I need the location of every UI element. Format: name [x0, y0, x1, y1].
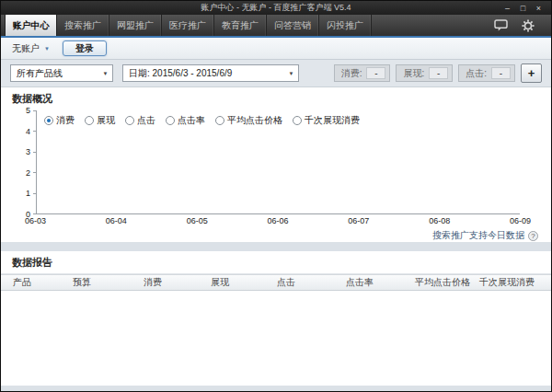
product-line-value: 所有产品线 [17, 67, 63, 80]
x-tick-label: 06-06 [267, 216, 288, 225]
column-header-impression[interactable]: 展现 [211, 276, 277, 289]
metric-label: 千次展现消费 [305, 114, 360, 127]
help-icon[interactable]: ? [528, 231, 538, 241]
consume-stat-chip: 消费: - [334, 64, 391, 82]
metric-label: 点击率 [178, 114, 205, 127]
section-divider [1, 242, 551, 251]
window-bottom-margin [1, 386, 551, 391]
main-tab-bar: 账户中心 搜索推广 网盟推广 医疗推广 教育推广 问答营销 闪投推广 [1, 15, 551, 38]
click-stat-chip: 点击: - [458, 64, 515, 82]
column-header-avg-cpc[interactable]: 平均点击价格 [415, 276, 479, 289]
metric-radio-impression[interactable]: 展现 [85, 114, 115, 127]
y-tick-label: 5 [26, 106, 30, 115]
x-tick-label: 06-08 [429, 216, 450, 225]
report-section-title: 数据报告 [1, 251, 551, 274]
filter-bar: 所有产品线 ▼ 日期: 2015/6/3 - 2015/6/9 ▼ 消费: - … [1, 60, 551, 87]
add-stat-button[interactable]: + [521, 63, 542, 83]
x-tick-label: 06-04 [106, 216, 127, 225]
chart-y-axis-labels: 5 4 3 2 1 0 [12, 106, 30, 219]
consume-stat-label: 消费: [341, 67, 362, 80]
tabbar-icon-group [487, 15, 551, 36]
y-tick-label: 1 [26, 189, 30, 198]
radio-icon [85, 116, 94, 125]
y-tick-label: 4 [26, 127, 30, 136]
chevron-down-icon: ▼ [44, 46, 50, 52]
consume-stat-value: - [366, 67, 385, 79]
product-line-select[interactable]: 所有产品线 ▼ [10, 64, 113, 82]
metric-label: 消费 [56, 114, 75, 127]
column-header-ctr[interactable]: 点击率 [346, 276, 415, 289]
maximize-button[interactable]: □ [515, 1, 531, 15]
radio-icon [166, 116, 175, 125]
metric-label: 点击 [137, 114, 155, 127]
report-table-header: 产品 预算 消费 展现 点击 点击率 平均点击价格 千次展现消费 [1, 274, 551, 291]
column-header-cpm[interactable]: 千次展现消费 [479, 276, 551, 289]
account-toolbar: 无账户 ▼ 登录 [1, 38, 551, 60]
date-range-value: 日期: 2015/6/3 - 2015/6/9 [129, 67, 232, 80]
chevron-down-icon: ▼ [284, 71, 298, 76]
radio-icon [293, 116, 302, 125]
today-data-note-row: 搜索推广支持今日数据 ? [1, 225, 551, 242]
y-tick-label: 0 [26, 210, 30, 219]
data-overview-section: 数据概况 5 4 3 2 1 0 消费 展现 [1, 87, 551, 242]
date-range-select[interactable]: 日期: 2015/6/3 - 2015/6/9 ▼ [122, 64, 299, 82]
window-controls: – □ × [500, 1, 546, 15]
overview-section-title: 数据概况 [1, 87, 551, 108]
tab-education-promo[interactable]: 教育推广 [214, 15, 267, 36]
message-icon[interactable] [487, 15, 514, 36]
metric-radio-click[interactable]: 点击 [125, 114, 155, 127]
app-window: 账户中心 - 无账户 - 百度推广客户端 V5.4 – □ × 账户中心 搜索推… [0, 0, 552, 392]
impression-stat-value: - [429, 67, 448, 79]
gear-icon[interactable] [514, 15, 542, 36]
account-dropdown[interactable]: 无账户 ▼ [12, 42, 50, 55]
x-tick-label: 06-07 [348, 216, 369, 225]
metric-radio-group: 消费 展现 点击 点击率 平均点击价格 [44, 114, 360, 127]
chart-x-axis-labels: 06-03 06-04 06-05 06-06 06-07 06-08 06-0… [25, 216, 531, 225]
tab-medical-promo[interactable]: 医疗推广 [162, 15, 214, 36]
close-button[interactable]: × [531, 1, 546, 15]
today-data-note: 搜索推广支持今日数据 [432, 229, 524, 242]
tab-search-promo[interactable]: 搜索推广 [57, 15, 109, 36]
impression-stat-label: 展现: [403, 67, 424, 80]
report-table-body [1, 291, 551, 386]
x-tick-label: 06-05 [187, 216, 208, 225]
column-header-product[interactable]: 产品 [13, 276, 73, 289]
radio-icon [125, 116, 134, 125]
minimize-button[interactable]: – [500, 1, 515, 15]
tab-network-promo[interactable]: 网盟推广 [109, 15, 162, 36]
chart-y-axis-ticks [33, 110, 37, 214]
summary-stats-group: 消费: - 展现: - 点击: - + [334, 63, 542, 83]
radio-icon [215, 116, 224, 125]
window-title: 账户中心 - 无账户 - 百度推广客户端 V5.4 [1, 2, 551, 14]
y-tick-label: 3 [26, 147, 30, 156]
y-tick-label: 2 [26, 168, 30, 178]
impression-stat-chip: 展现: - [396, 64, 453, 82]
metric-radio-ctr[interactable]: 点击率 [166, 114, 205, 127]
tab-flash-promo[interactable]: 闪投推广 [319, 15, 372, 36]
column-header-consume[interactable]: 消费 [144, 276, 211, 289]
title-bar: 账户中心 - 无账户 - 百度推广客户端 V5.4 – □ × [1, 1, 551, 15]
metric-label: 平均点击价格 [227, 114, 282, 127]
column-header-click[interactable]: 点击 [277, 276, 346, 289]
tab-account-center[interactable]: 账户中心 [5, 15, 57, 36]
data-report-section: 数据报告 产品 预算 消费 展现 点击 点击率 平均点击价格 千次展现消费 [1, 251, 551, 386]
metric-radio-cpm[interactable]: 千次展现消费 [293, 114, 360, 127]
x-tick-label: 06-09 [510, 216, 531, 225]
login-button[interactable]: 登录 [63, 40, 107, 56]
click-stat-value: - [491, 67, 511, 79]
metric-label: 展现 [97, 114, 115, 127]
trend-chart: 5 4 3 2 1 0 消费 展现 [36, 110, 520, 214]
chevron-down-icon: ▼ [98, 71, 112, 76]
metric-radio-consume[interactable]: 消费 [44, 114, 75, 127]
click-stat-label: 点击: [466, 67, 487, 80]
tab-qa-marketing[interactable]: 问答营销 [267, 15, 319, 36]
column-header-budget[interactable]: 预算 [73, 276, 144, 289]
metric-radio-avg-cpc[interactable]: 平均点击价格 [215, 114, 282, 127]
radio-selected-icon [44, 116, 53, 125]
account-label: 无账户 [12, 42, 40, 55]
